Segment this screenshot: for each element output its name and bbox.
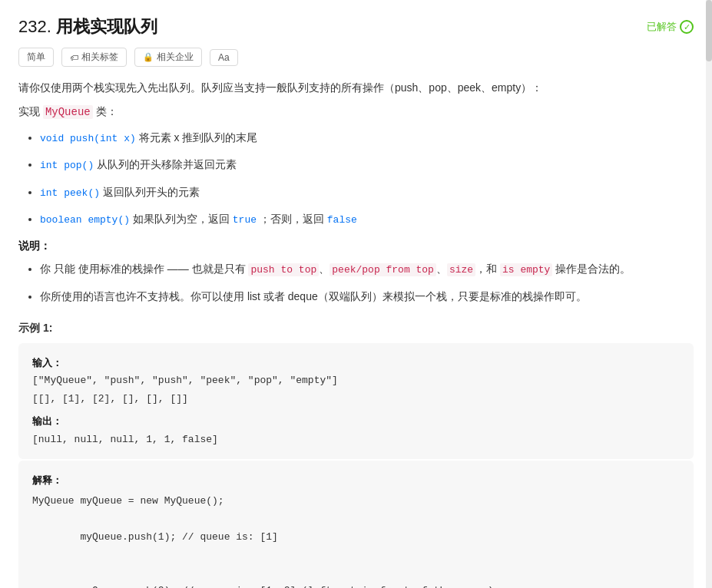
output-label-row: 输出：	[32, 412, 680, 430]
solved-label: 已解答	[647, 20, 677, 34]
related-tags-button[interactable]: 🏷 相关标签	[61, 48, 127, 67]
method-empty: boolean empty() 如果队列为空，返回 true ；否则，返回 fa…	[40, 210, 694, 229]
explain-line-1: MyQueue myQueue = new MyQueue();	[32, 492, 680, 510]
peek-pop-code: peek/pop from top	[330, 263, 436, 276]
method-push: void push(int x) 将元素 x 推到队列的末尾	[40, 128, 694, 147]
example-input-output-box: 输入： ["MyQueue", "push", "push", "peek", …	[18, 343, 694, 459]
input-label: 输入：	[32, 357, 62, 368]
size-code: size	[447, 263, 475, 276]
explain-box: 解释： MyQueue myQueue = new MyQueue(); myQ…	[18, 461, 694, 588]
input-line-2: [[], [1], [2], [], [], []]	[32, 390, 680, 408]
output-label: 输出：	[32, 415, 62, 427]
header-row: 232. 用栈实现队列 已解答 ✓	[18, 15, 694, 38]
input-line-1: ["MyQueue", "push", "push", "peek", "pop…	[32, 372, 680, 389]
difficulty-button[interactable]: 简单	[18, 48, 54, 67]
output-line: [null, null, null, 1, 1, false]	[32, 431, 680, 448]
scrollbar-thumb[interactable]	[706, 0, 712, 61]
method-list: void push(int x) 将元素 x 推到队列的末尾 int pop()…	[18, 128, 694, 230]
solved-check-icon: ✓	[680, 20, 694, 34]
push-top-code: push to top	[248, 263, 319, 276]
peek-signature: int peek()	[40, 187, 100, 199]
method-peek: int peek() 返回队列开头的元素	[40, 183, 694, 202]
problem-number: 232.	[18, 17, 51, 36]
input-label-row: 输入：	[32, 354, 680, 372]
method-pop: int pop() 从队列的开头移除并返回元素	[40, 155, 694, 174]
is-empty-code: is empty	[500, 263, 552, 276]
tags-row: 简单 🏷 相关标签 🔒 相关企业 Aa	[18, 48, 694, 67]
example-section: 示例 1: 输入： ["MyQueue", "push", "push", "p…	[18, 322, 694, 588]
tag-icon: 🏷	[70, 53, 78, 62]
scrollbar-track[interactable]	[706, 0, 712, 588]
note-1: 你 只能 使用标准的栈操作 —— 也就是只有 push to top、peek/…	[40, 259, 694, 279]
lock-icon: 🔒	[143, 52, 154, 62]
explain-label: 解释：	[32, 471, 680, 489]
solved-badge: 已解答 ✓	[647, 20, 694, 34]
note-2: 你所使用的语言也许不支持栈。你可以使用 list 或者 deque（双端队列）来…	[40, 287, 694, 306]
font-size-button[interactable]: Aa	[210, 49, 238, 66]
problem-title-text: 用栈实现队列	[56, 17, 157, 36]
example-title: 示例 1:	[18, 322, 694, 335]
page-container: 232. 用栈实现队列 已解答 ✓ 简单 🏷 相关标签 🔒 相关企业 Aa 请你…	[0, 0, 712, 588]
false-keyword: false	[327, 214, 357, 226]
explain-line-2: myQueue.push(1); // queue is: [1]	[32, 510, 680, 564]
pop-signature: int pop()	[40, 160, 94, 171]
related-company-button[interactable]: 🔒 相关企业	[134, 48, 202, 67]
push-signature: void push(int x)	[40, 133, 136, 144]
true-keyword: true	[233, 214, 257, 226]
myqueue-class-inline: MyQueue	[43, 105, 93, 119]
explain-line-3: myQueue.push(2); // queue is: [1, 2] (le…	[32, 564, 680, 588]
notes-list: 你 只能 使用标准的栈操作 —— 也就是只有 push to top、peek/…	[18, 259, 694, 306]
problem-intro: 请你仅使用两个栈实现先入先出队列。队列应当支持一般队列支持的所有操作（push、…	[18, 79, 694, 97]
empty-signature: boolean empty()	[40, 214, 130, 226]
impl-label: 实现 MyQueue 类：	[18, 105, 694, 119]
notes-section-title: 说明：	[18, 239, 694, 253]
problem-title: 232. 用栈实现队列	[18, 15, 157, 38]
